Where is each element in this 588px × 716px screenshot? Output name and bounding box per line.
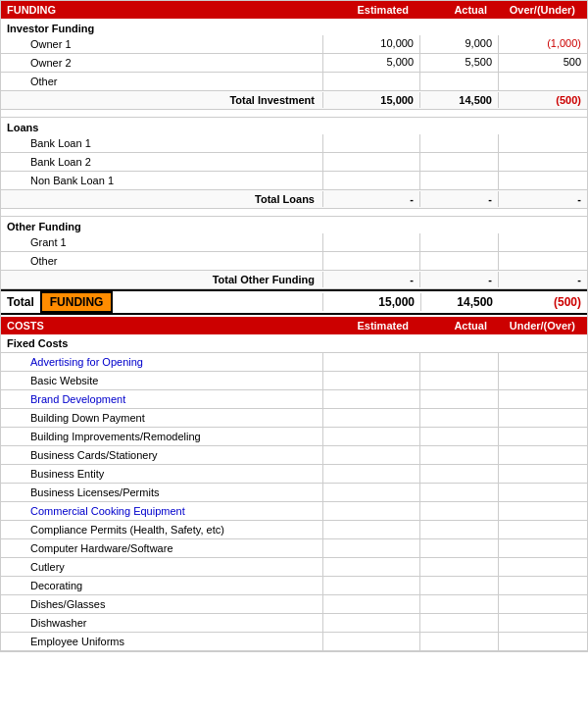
fixed-cost-est-10[interactable] [322,539,420,557]
other-over [499,73,587,90]
grant1-label: Grant 1 [1,234,322,250]
fixed-cost-act-9[interactable] [420,521,499,538]
bank-loan2-est[interactable] [322,153,420,171]
fixed-costs-label: Fixed Costs [1,334,587,353]
total-investment-act: 14,500 [420,92,499,108]
grand-total-act: 14,500 [420,293,499,311]
fixed-cost-est-2[interactable] [322,390,420,408]
fixed-cost-over-5 [499,446,587,464]
fixed-cost-act-12[interactable] [420,577,499,594]
other-estimated[interactable] [322,73,420,90]
fixed-cost-label-4: Building Improvements/Remodeling [1,429,322,444]
bank-loan2-act[interactable] [420,153,499,171]
fixed-cost-over-4 [499,428,587,445]
table-row: Compliance Permits (Health, Safety, etc) [1,521,587,539]
fixed-cost-label-10: Computer Hardware/Software [1,540,322,556]
fixed-cost-label-2: Brand Development [1,391,322,407]
table-row: Other [1,73,587,91]
table-row: Cutlery [1,558,587,577]
fixed-cost-est-14[interactable] [322,614,420,632]
fixed-cost-est-15[interactable] [322,633,420,650]
fixed-cost-over-2 [499,390,587,408]
fixed-cost-act-5[interactable] [420,446,499,464]
total-investment-label: Total Investment [1,92,322,108]
fixed-cost-act-1[interactable] [420,372,499,389]
fixed-cost-label-0: Advertising for Opening [1,354,322,370]
fixed-cost-act-3[interactable] [420,409,499,427]
total-other-funding-row: Total Other Funding - - - [1,271,587,289]
fixed-cost-act-11[interactable] [420,558,499,576]
fixed-cost-est-12[interactable] [322,577,420,594]
table-row: Building Down Payment [1,409,587,428]
fixed-cost-est-11[interactable] [322,558,420,576]
fixed-cost-est-3[interactable] [322,409,420,427]
table-row: Grant 1 [1,233,587,252]
fixed-cost-label-5: Business Cards/Stationery [1,447,322,463]
grant1-est[interactable] [322,233,420,251]
fixed-cost-over-13 [499,595,587,613]
owner2-estimated[interactable]: 5,000 [322,54,420,72]
other-funding-other-label: Other [1,253,322,269]
fixed-cost-over-14 [499,614,587,632]
non-bank-loan1-act[interactable] [420,172,499,189]
total-loans-act: - [420,191,499,207]
fixed-cost-over-0 [499,353,587,371]
grant1-act[interactable] [420,233,499,251]
fixed-cost-est-9[interactable] [322,521,420,538]
non-bank-loan1-label: Non Bank Loan 1 [1,173,322,188]
fixed-cost-act-15[interactable] [420,633,499,650]
fixed-cost-est-5[interactable] [322,446,420,464]
fixed-cost-est-0[interactable] [322,353,420,371]
other-funding-label: Other Funding [1,217,587,233]
fixed-cost-est-1[interactable] [322,372,420,389]
funding-title: FUNDING [7,4,317,16]
fixed-cost-label-1: Basic Website [1,373,322,388]
bank-loan1-est[interactable] [322,134,420,152]
owner1-over: (1,000) [499,35,587,53]
fixed-cost-act-0[interactable] [420,353,499,371]
table-row: Building Improvements/Remodeling [1,428,587,446]
fixed-cost-est-4[interactable] [322,428,420,445]
fixed-cost-act-10[interactable] [420,539,499,557]
bank-loan1-label: Bank Loan 1 [1,135,322,151]
fixed-cost-over-8 [499,502,587,520]
owner1-actual[interactable]: 9,000 [420,35,499,53]
owner2-actual[interactable]: 5,500 [420,54,499,72]
fixed-costs-rows: Advertising for OpeningBasic WebsiteBran… [1,353,587,651]
other-funding-other-act[interactable] [420,252,499,270]
fixed-cost-over-7 [499,484,587,501]
table-row: Dishwasher [1,614,587,633]
table-row: Owner 1 10,000 9,000 (1,000) [1,35,587,54]
table-row: Business Cards/Stationery [1,446,587,465]
fixed-cost-act-2[interactable] [420,390,499,408]
fixed-cost-est-8[interactable] [322,502,420,520]
other-funding-other-est[interactable] [322,252,420,270]
table-row: Business Licenses/Permits [1,484,587,502]
fixed-cost-act-8[interactable] [420,502,499,520]
fixed-cost-est-6[interactable] [322,465,420,483]
investor-funding-label: Investor Funding [1,19,587,35]
fixed-cost-act-6[interactable] [420,465,499,483]
table-row: Dishes/Glasses [1,595,587,614]
fixed-cost-act-13[interactable] [420,595,499,613]
table-row: Bank Loan 1 [1,134,587,153]
fixed-cost-label-11: Cutlery [1,559,322,575]
fixed-cost-label-12: Decorating [1,578,322,593]
grand-total-over: (500) [499,293,587,311]
total-loans-label: Total Loans [1,191,322,207]
fixed-cost-over-1 [499,372,587,389]
fixed-cost-act-7[interactable] [420,484,499,501]
fixed-cost-label-7: Business Licenses/Permits [1,485,322,500]
fixed-cost-est-7[interactable] [322,484,420,501]
non-bank-loan1-est[interactable] [322,172,420,189]
other-actual[interactable] [420,73,499,90]
total-investment-over: (500) [499,92,587,108]
bank-loan1-act[interactable] [420,134,499,152]
costs-title: COSTS [7,320,317,332]
costs-header: COSTS Estimated Actual Under/(Over) [1,317,587,334]
fixed-cost-est-13[interactable] [322,595,420,613]
fixed-cost-act-14[interactable] [420,614,499,632]
fixed-cost-label-15: Employee Uniforms [1,634,322,649]
owner1-estimated[interactable]: 10,000 [322,35,420,53]
fixed-cost-act-4[interactable] [420,428,499,445]
